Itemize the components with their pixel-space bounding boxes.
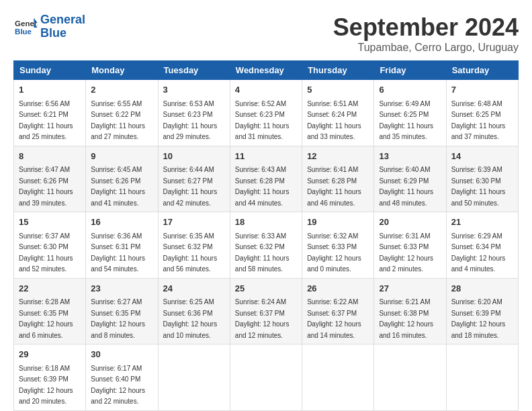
day-number: 14 xyxy=(451,150,513,163)
day-info: Sunrise: 6:33 AMSunset: 6:32 PMDaylight:… xyxy=(235,232,290,273)
col-sunday: Sunday xyxy=(14,61,86,80)
col-monday: Monday xyxy=(86,61,158,80)
table-row xyxy=(446,345,518,411)
table-row: 27 Sunrise: 6:21 AMSunset: 6:38 PMDaylig… xyxy=(374,278,446,345)
table-row: 1 Sunrise: 6:56 AMSunset: 6:21 PMDayligh… xyxy=(14,80,86,146)
table-row: 21 Sunrise: 6:29 AMSunset: 6:34 PMDaylig… xyxy=(446,212,518,279)
table-row xyxy=(374,345,446,411)
day-info: Sunrise: 6:56 AMSunset: 6:21 PMDaylight:… xyxy=(19,100,73,141)
calendar-week-5: 29 Sunrise: 6:18 AMSunset: 6:39 PMDaylig… xyxy=(14,345,519,411)
day-number: 3 xyxy=(163,83,225,97)
day-number: 21 xyxy=(451,216,513,229)
day-number: 22 xyxy=(19,282,81,295)
table-row: 16 Sunrise: 6:36 AMSunset: 6:31 PMDaylig… xyxy=(86,212,158,279)
day-number: 25 xyxy=(235,282,297,295)
table-row: 13 Sunrise: 6:40 AMSunset: 6:29 PMDaylig… xyxy=(374,146,446,212)
day-info: Sunrise: 6:55 AMSunset: 6:22 PMDaylight:… xyxy=(91,100,145,141)
table-row xyxy=(302,345,374,411)
table-row: 11 Sunrise: 6:43 AMSunset: 6:28 PMDaylig… xyxy=(230,146,302,212)
table-row: 6 Sunrise: 6:49 AMSunset: 6:25 PMDayligh… xyxy=(374,80,446,146)
day-number: 1 xyxy=(19,83,81,97)
day-number: 26 xyxy=(307,282,369,295)
day-info: Sunrise: 6:35 AMSunset: 6:32 PMDaylight:… xyxy=(163,232,218,273)
day-number: 23 xyxy=(91,282,152,295)
calendar-week-2: 8 Sunrise: 6:47 AMSunset: 6:26 PMDayligh… xyxy=(14,146,519,212)
table-row: 25 Sunrise: 6:24 AMSunset: 6:37 PMDaylig… xyxy=(230,278,302,345)
day-info: Sunrise: 6:43 AMSunset: 6:28 PMDaylight:… xyxy=(235,166,290,207)
table-row: 2 Sunrise: 6:55 AMSunset: 6:22 PMDayligh… xyxy=(86,80,158,146)
day-info: Sunrise: 6:44 AMSunset: 6:27 PMDaylight:… xyxy=(163,166,218,207)
table-row: 29 Sunrise: 6:18 AMSunset: 6:39 PMDaylig… xyxy=(14,345,86,411)
day-number: 15 xyxy=(19,216,81,229)
logo-icon: General Blue xyxy=(13,17,38,37)
title-block: September 2024 Tupambae, Cerro Largo, Ur… xyxy=(333,13,519,54)
month-title: September 2024 xyxy=(333,13,519,42)
day-number: 9 xyxy=(91,150,152,163)
day-info: Sunrise: 6:37 AMSunset: 6:30 PMDaylight:… xyxy=(19,232,73,273)
day-info: Sunrise: 6:49 AMSunset: 6:25 PMDaylight:… xyxy=(379,100,433,141)
table-row: 12 Sunrise: 6:41 AMSunset: 6:28 PMDaylig… xyxy=(302,146,374,212)
day-info: Sunrise: 6:31 AMSunset: 6:33 PMDaylight:… xyxy=(379,232,433,273)
day-info: Sunrise: 6:22 AMSunset: 6:37 PMDaylight:… xyxy=(307,298,361,339)
location: Tupambae, Cerro Largo, Uruguay xyxy=(333,42,519,54)
day-info: Sunrise: 6:32 AMSunset: 6:33 PMDaylight:… xyxy=(307,232,361,273)
svg-text:Blue: Blue xyxy=(15,28,32,36)
day-number: 30 xyxy=(91,348,152,361)
day-info: Sunrise: 6:29 AMSunset: 6:34 PMDaylight:… xyxy=(451,232,506,273)
day-number: 16 xyxy=(91,216,152,229)
day-info: Sunrise: 6:40 AMSunset: 6:29 PMDaylight:… xyxy=(379,166,433,207)
table-row: 8 Sunrise: 6:47 AMSunset: 6:26 PMDayligh… xyxy=(14,146,86,212)
day-number: 18 xyxy=(235,216,297,229)
col-friday: Friday xyxy=(374,61,446,80)
table-row: 3 Sunrise: 6:53 AMSunset: 6:23 PMDayligh… xyxy=(158,80,230,146)
day-info: Sunrise: 6:20 AMSunset: 6:39 PMDaylight:… xyxy=(451,298,506,339)
day-info: Sunrise: 6:51 AMSunset: 6:24 PMDaylight:… xyxy=(307,100,361,141)
table-row: 9 Sunrise: 6:45 AMSunset: 6:26 PMDayligh… xyxy=(86,146,158,212)
day-number: 5 xyxy=(307,83,369,97)
day-info: Sunrise: 6:36 AMSunset: 6:31 PMDaylight:… xyxy=(91,232,145,273)
table-row: 28 Sunrise: 6:20 AMSunset: 6:39 PMDaylig… xyxy=(446,278,518,345)
day-info: Sunrise: 6:39 AMSunset: 6:30 PMDaylight:… xyxy=(451,166,506,207)
table-row: 17 Sunrise: 6:35 AMSunset: 6:32 PMDaylig… xyxy=(158,212,230,279)
day-number: 4 xyxy=(235,83,297,97)
table-row: 14 Sunrise: 6:39 AMSunset: 6:30 PMDaylig… xyxy=(446,146,518,212)
day-number: 13 xyxy=(379,150,441,163)
day-info: Sunrise: 6:17 AMSunset: 6:40 PMDaylight:… xyxy=(91,365,145,406)
table-row: 26 Sunrise: 6:22 AMSunset: 6:37 PMDaylig… xyxy=(302,278,374,345)
table-row: 4 Sunrise: 6:52 AMSunset: 6:23 PMDayligh… xyxy=(230,80,302,146)
day-info: Sunrise: 6:21 AMSunset: 6:38 PMDaylight:… xyxy=(379,298,433,339)
table-row: 22 Sunrise: 6:28 AMSunset: 6:35 PMDaylig… xyxy=(14,278,86,345)
table-row: 30 Sunrise: 6:17 AMSunset: 6:40 PMDaylig… xyxy=(86,345,158,411)
day-number: 12 xyxy=(307,150,369,163)
logo-text: GeneralBlue xyxy=(40,13,85,40)
table-row: 10 Sunrise: 6:44 AMSunset: 6:27 PMDaylig… xyxy=(158,146,230,212)
logo: General Blue GeneralBlue xyxy=(13,13,85,40)
col-tuesday: Tuesday xyxy=(158,61,230,80)
table-row: 23 Sunrise: 6:27 AMSunset: 6:35 PMDaylig… xyxy=(86,278,158,345)
day-number: 19 xyxy=(307,216,369,229)
table-row: 20 Sunrise: 6:31 AMSunset: 6:33 PMDaylig… xyxy=(374,212,446,279)
table-row: 7 Sunrise: 6:48 AMSunset: 6:25 PMDayligh… xyxy=(446,80,518,146)
page-header: General Blue GeneralBlue September 2024 … xyxy=(13,13,519,54)
day-number: 11 xyxy=(235,150,297,163)
day-info: Sunrise: 6:53 AMSunset: 6:23 PMDaylight:… xyxy=(163,100,218,141)
day-info: Sunrise: 6:27 AMSunset: 6:35 PMDaylight:… xyxy=(91,298,145,339)
day-info: Sunrise: 6:18 AMSunset: 6:39 PMDaylight:… xyxy=(19,365,73,406)
table-row: 15 Sunrise: 6:37 AMSunset: 6:30 PMDaylig… xyxy=(14,212,86,279)
day-number: 10 xyxy=(163,150,225,163)
day-info: Sunrise: 6:25 AMSunset: 6:36 PMDaylight:… xyxy=(163,298,218,339)
table-row xyxy=(230,345,302,411)
day-number: 29 xyxy=(19,348,81,361)
day-info: Sunrise: 6:41 AMSunset: 6:28 PMDaylight:… xyxy=(307,166,361,207)
calendar-week-3: 15 Sunrise: 6:37 AMSunset: 6:30 PMDaylig… xyxy=(14,212,519,279)
day-number: 27 xyxy=(379,282,441,295)
day-number: 6 xyxy=(379,83,441,97)
day-info: Sunrise: 6:28 AMSunset: 6:35 PMDaylight:… xyxy=(19,298,73,339)
col-wednesday: Wednesday xyxy=(230,61,302,80)
day-number: 2 xyxy=(91,83,152,97)
table-row: 19 Sunrise: 6:32 AMSunset: 6:33 PMDaylig… xyxy=(302,212,374,279)
calendar-week-4: 22 Sunrise: 6:28 AMSunset: 6:35 PMDaylig… xyxy=(14,278,519,345)
day-number: 24 xyxy=(163,282,225,295)
day-info: Sunrise: 6:45 AMSunset: 6:26 PMDaylight:… xyxy=(91,166,145,207)
col-thursday: Thursday xyxy=(302,61,374,80)
